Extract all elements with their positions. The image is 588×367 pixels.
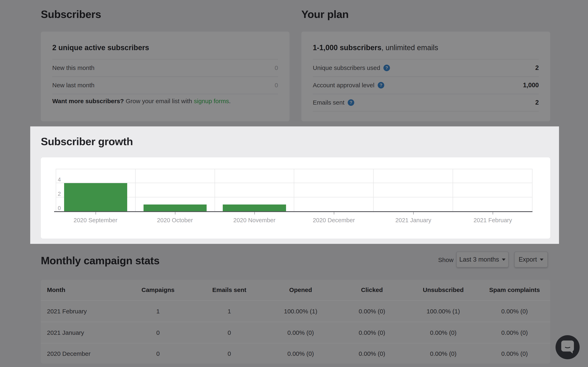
table-row: 2020 December 0 0 0.00% (0) 0.00% (0) 0.… <box>41 344 550 364</box>
cta-bold-text: Want more subscribers? <box>52 98 124 105</box>
table-cell: 1 <box>122 308 194 315</box>
row-label: Unique subscribers used <box>313 64 380 71</box>
signup-forms-link[interactable]: signup forms <box>194 98 229 105</box>
column-header: Emails sent <box>194 286 265 293</box>
export-label: Export <box>519 256 537 263</box>
chat-bubble-icon <box>561 341 574 351</box>
plan-row-emails-sent: Emails sent ? 2 <box>313 94 539 111</box>
table-cell: 100.00% (1) <box>407 308 479 315</box>
tour-spotlight-overlay[interactable] <box>30 126 559 244</box>
plan-row-approval-level: Account approval level ? 1,000 <box>313 77 539 94</box>
column-header: Unsubscribed <box>407 286 479 293</box>
table-cell: 2021 January <box>41 329 122 336</box>
table-cell: 0.00% (0) <box>407 350 479 357</box>
table-cell: 1 <box>194 308 265 315</box>
plan-row-unique-subscribers: Unique subscribers used ? 2 <box>313 59 539 76</box>
date-range-label: Last 3 months <box>459 256 499 263</box>
row-label: New last month <box>52 82 95 89</box>
column-header: Month <box>41 286 122 293</box>
help-icon[interactable]: ? <box>378 82 384 89</box>
table-row: 2021 January 0 0 0.00% (0) 0.00% (0) 0.0… <box>41 322 550 344</box>
table-cell: 0.00% (0) <box>265 350 336 357</box>
table-cell: 0.00% (0) <box>336 350 407 357</box>
export-button[interactable]: Export <box>514 252 548 267</box>
table-cell: 2020 December <box>41 350 122 357</box>
chat-launcher-button[interactable] <box>555 335 580 359</box>
cta-suffix: . <box>229 98 231 105</box>
cta-text: Grow your email list with <box>126 98 192 105</box>
chat-bubble-tail <box>570 351 573 354</box>
table-cell: 0.00% (0) <box>479 329 550 336</box>
plan-card: 1-1,000 subscribers, unlimited emails Un… <box>301 32 550 121</box>
table-cell: 100.00% (1) <box>265 308 336 315</box>
chevron-down-icon <box>540 259 544 261</box>
table-header-row: Month Campaigns Emails sent Opened Click… <box>41 280 550 301</box>
table-cell: 0.00% (0) <box>265 329 336 336</box>
table-cell: 0 <box>122 329 194 336</box>
column-header: Opened <box>265 286 336 293</box>
subscribers-card: 2 unique active subscribers New this mon… <box>41 32 290 121</box>
column-header: Spam complaints <box>479 286 550 293</box>
table-cell: 0.00% (0) <box>407 329 479 336</box>
show-label: Show <box>438 257 453 263</box>
plan-card-title: 1-1,000 subscribers, unlimited emails <box>313 43 539 52</box>
column-header: Clicked <box>336 286 407 293</box>
table-cell: 0.00% (0) <box>336 329 407 336</box>
chevron-down-icon <box>502 259 506 261</box>
table-cell: 2021 February <box>41 308 122 315</box>
subscribers-row-new-last-month: New last month 0 <box>52 77 278 94</box>
subscribers-cta: Want more subscribers? Grow your email l… <box>52 94 278 108</box>
table-cell: 0 <box>194 350 265 357</box>
help-icon[interactable]: ? <box>348 99 354 106</box>
divider <box>313 111 539 111</box>
column-header: Campaigns <box>122 286 194 293</box>
plan-title-bold: 1-1,000 subscribers <box>313 43 381 52</box>
row-value: 0 <box>275 82 278 89</box>
table-cell: 0 <box>194 329 265 336</box>
row-label: Emails sent <box>313 99 345 106</box>
date-range-dropdown[interactable]: Last 3 months <box>456 252 509 267</box>
plan-title-rest: , unlimited emails <box>381 43 438 52</box>
campaign-stats-table: Month Campaigns Emails sent Opened Click… <box>41 280 550 364</box>
row-label: Account approval level <box>313 82 374 89</box>
row-value: 2 <box>535 99 539 106</box>
help-icon[interactable]: ? <box>383 65 390 71</box>
monthly-campaign-stats-heading: Monthly campaign stats <box>41 254 159 267</box>
table-row: 2021 February 1 1 100.00% (1) 0.00% (0) … <box>41 301 550 322</box>
table-cell: 0 <box>122 350 194 357</box>
row-value: 1,000 <box>523 82 539 89</box>
smile-icon <box>564 343 571 348</box>
row-value: 0 <box>275 64 278 71</box>
subscribers-row-new-this-month: New this month 0 <box>52 59 278 76</box>
subscribers-heading: Subscribers <box>41 8 101 20</box>
row-label: New this month <box>52 64 95 71</box>
subscribers-card-title: 2 unique active subscribers <box>52 43 278 52</box>
table-cell: 0.00% (0) <box>479 350 550 357</box>
table-cell: 0.00% (0) <box>336 308 407 315</box>
plan-heading: Your plan <box>301 8 348 20</box>
row-value: 2 <box>535 64 539 72</box>
table-cell: 0.00% (0) <box>479 308 550 315</box>
